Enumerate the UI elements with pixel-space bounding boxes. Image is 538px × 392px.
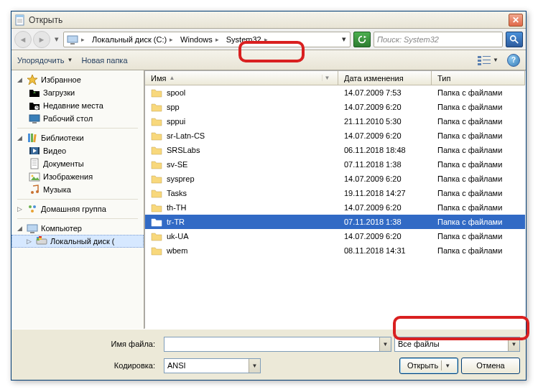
tree-videos[interactable]: Видео [11, 144, 144, 157]
column-header-name[interactable]: Имя ▲ ▼ [145, 71, 338, 85]
chevron-right-icon: ▸ [168, 36, 175, 43]
crumb-windows[interactable]: Windows ▸ [177, 32, 223, 47]
svg-point-39 [29, 205, 32, 208]
column-header-type[interactable]: Тип [432, 71, 525, 85]
file-date: 08.11.2018 14:31 [338, 246, 432, 255]
file-name: sysprep [167, 174, 195, 183]
file-date: 14.07.2009 6:20 [338, 103, 432, 111]
tree-recent[interactable]: Недавние места [11, 99, 144, 112]
file-row[interactable]: th-TH14.07.2009 6:20Папка с файлами [145, 200, 525, 215]
svg-point-41 [31, 210, 34, 213]
crumb-local-disk[interactable]: Локальный диск (C:) ▸ [89, 32, 177, 47]
svg-point-35 [32, 175, 34, 177]
folder-icon [151, 102, 162, 112]
encoding-select[interactable]: ANSI ▼ [164, 358, 261, 373]
file-row[interactable]: wbem08.11.2018 14:31Папка с файлами [145, 243, 525, 258]
folder-icon [151, 217, 162, 227]
crumb-label: Windows [180, 35, 213, 44]
view-menu[interactable]: ▼ [478, 55, 498, 65]
chevron-down-icon: ▼ [67, 57, 73, 63]
tree-local-disk-c[interactable]: ▷ Локальный диск ( [11, 235, 144, 248]
tree-homegroup[interactable]: ▷ Домашняя группа [11, 202, 144, 215]
tree-libraries[interactable]: ◢ Библиотеки [11, 131, 144, 144]
file-list-view: Имя ▲ ▼ Дата изменения Тип spool14.07.20… [144, 70, 526, 329]
address-dropdown[interactable]: ▾ [338, 34, 350, 44]
file-type: Папка с файлами [432, 160, 525, 169]
file-row[interactable]: sr-Latn-CS14.07.2009 6:20Папка с файлами [145, 129, 525, 143]
file-type: Папка с файлами [432, 88, 525, 97]
new-folder-button[interactable]: Новая папка [81, 56, 127, 65]
chevron-right-icon: ▸ [214, 36, 221, 43]
collapse-icon[interactable]: ◢ [16, 134, 24, 142]
column-filter-dropdown[interactable]: ▼ [322, 75, 332, 81]
search-input[interactable]: Поиск: System32 [374, 32, 503, 47]
file-type-filter[interactable]: Все файлы ▼ [394, 337, 520, 352]
collapse-icon[interactable]: ◢ [16, 225, 24, 233]
crumb-computer[interactable]: ▸ [64, 32, 89, 47]
filename-label: Имя файла: [17, 340, 161, 348]
tree-separator [17, 218, 138, 219]
file-row[interactable]: sppui21.11.2010 5:30Папка с файлами [145, 114, 525, 129]
chevron-down-icon: ▼ [493, 57, 498, 63]
tree-documents[interactable]: Документы [11, 157, 144, 170]
nav-history-dropdown[interactable]: ▾ [52, 32, 62, 47]
bottom-panel: Имя файла: ▼ Все файлы ▼ Кодировка: ANSI… [11, 329, 526, 380]
tree-music[interactable]: Музыка [11, 183, 144, 196]
tree-desktop[interactable]: Рабочий стол [11, 112, 144, 125]
file-name: sppui [167, 117, 185, 126]
search-placeholder: Поиск: System32 [377, 35, 439, 44]
file-row[interactable]: spp14.07.2009 6:20Папка с файлами [145, 100, 525, 114]
organize-menu[interactable]: Упорядочить ▼ [17, 56, 73, 65]
folder-icon [151, 188, 162, 198]
tree-downloads[interactable]: Загрузки [11, 86, 144, 99]
toolbar: Упорядочить ▼ Новая папка ▼ ? [11, 50, 526, 70]
expand-icon[interactable]: ▷ [16, 205, 24, 213]
notepad-icon [14, 14, 26, 26]
tree-pictures[interactable]: Изображения [11, 170, 144, 183]
close-button[interactable]: ✕ [509, 14, 523, 27]
file-row[interactable]: Tasks19.11.2018 14:27Папка с файлами [145, 186, 525, 200]
tree-separator [17, 199, 138, 200]
file-list[interactable]: spool14.07.2009 7:53Папка с файламиspp14… [145, 85, 525, 328]
tree-computer[interactable]: ◢ Компьютер [11, 222, 144, 235]
refresh-button[interactable] [353, 32, 371, 47]
svg-rect-14 [478, 63, 481, 65]
open-button[interactable]: Открыть ▼ [399, 358, 458, 374]
chevron-down-icon[interactable]: ▼ [249, 359, 260, 373]
file-row[interactable]: tr-TR07.11.2018 1:38Папка с файлами [145, 215, 525, 229]
svg-line-9 [515, 39, 518, 42]
search-button[interactable] [506, 32, 523, 47]
folder-icon [151, 159, 162, 169]
file-row[interactable]: sysprep14.07.2009 6:20Папка с файлами [145, 172, 525, 186]
file-row[interactable]: sv-SE07.11.2018 1:38Папка с файлами [145, 157, 525, 172]
tree-favorites[interactable]: ◢ Избранное [11, 73, 144, 86]
svg-rect-1 [16, 15, 24, 17]
file-date: 21.11.2010 5:30 [338, 117, 432, 126]
help-button[interactable]: ? [507, 54, 520, 67]
svg-point-38 [36, 190, 39, 193]
address-bar[interactable]: ▸ Локальный диск (C:) ▸ Windows ▸ System… [63, 32, 351, 47]
open-dialog-window: Открыть ✕ ◄ ► ▾ ▸ Локальный диск (C:) ▸ … [11, 11, 527, 381]
crumb-system32[interactable]: System32 ▸ [223, 32, 272, 47]
file-row[interactable]: spool14.07.2009 7:53Папка с файлами [145, 85, 525, 100]
forward-button[interactable]: ► [33, 31, 50, 48]
svg-rect-43 [30, 232, 34, 233]
collapse-icon[interactable]: ◢ [16, 76, 24, 84]
file-name: uk-UA [167, 232, 189, 241]
folder-icon [151, 88, 162, 98]
column-header-date[interactable]: Дата изменения [338, 71, 432, 85]
file-type: Папка с файлами [432, 218, 525, 226]
chevron-down-icon[interactable]: ▼ [508, 337, 519, 351]
back-button[interactable]: ◄ [14, 31, 32, 48]
tree-separator [17, 128, 138, 129]
expand-icon[interactable]: ▷ [25, 238, 33, 246]
cancel-button[interactable]: Отмена [461, 358, 520, 374]
file-row[interactable]: SRSLabs06.11.2018 18:48Папка с файлами [145, 143, 525, 157]
folder-icon [151, 145, 162, 155]
file-row[interactable]: uk-UA14.07.2009 6:20Папка с файлами [145, 229, 525, 243]
filename-input[interactable]: ▼ [164, 337, 391, 352]
svg-rect-6 [70, 43, 75, 45]
file-date: 14.07.2009 6:20 [338, 232, 432, 241]
chevron-down-icon[interactable]: ▼ [379, 337, 391, 351]
folder-icon [151, 131, 162, 141]
